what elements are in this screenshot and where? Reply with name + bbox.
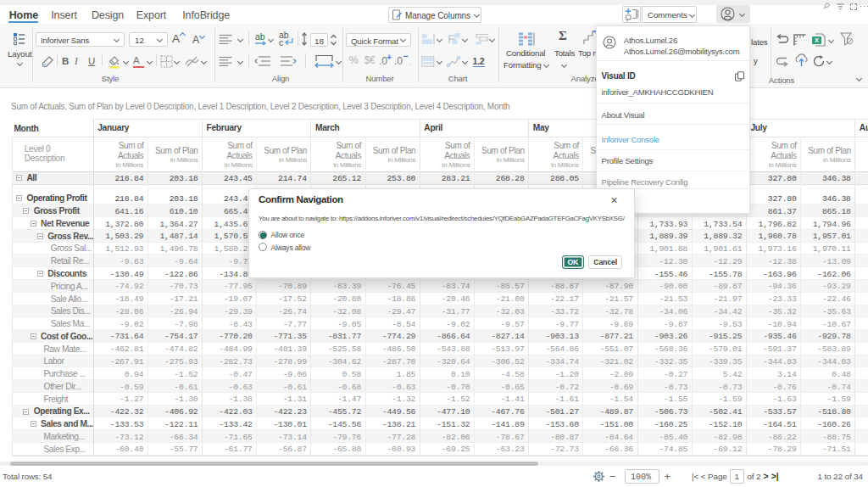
svg-text:X: X [815,36,819,44]
